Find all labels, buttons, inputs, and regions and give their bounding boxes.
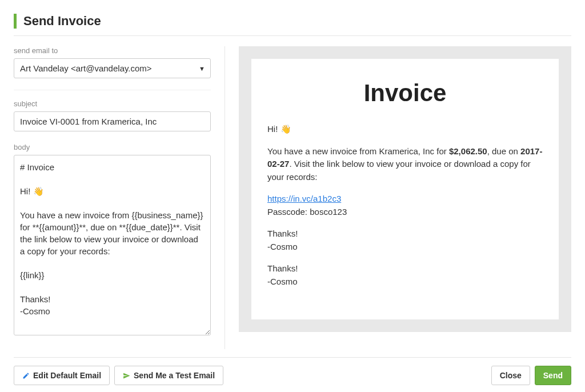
preview-signoff: -Cosmo <box>267 277 298 286</box>
preview-thanks: Thanks! <box>267 229 298 238</box>
preview-text: , due on <box>487 146 520 156</box>
button-label: Send Me a Test Email <box>134 371 215 380</box>
preview-title: Invoice <box>267 79 543 107</box>
pencil-icon <box>22 372 30 379</box>
preview-passcode-value: bosco123 <box>310 207 347 217</box>
preview-signoff: -Cosmo <box>267 242 298 251</box>
preview-text: . Visit the link below to view your invo… <box>267 159 531 182</box>
email-select-wrap[interactable]: ▼ <box>14 58 211 78</box>
send-button[interactable]: Send <box>535 366 571 385</box>
modal-title: Send Invoice <box>23 14 101 29</box>
footer-right-actions: Close Send <box>491 366 571 385</box>
paper-plane-icon <box>123 372 130 379</box>
preview-greeting: Hi! 👋 <box>267 123 543 136</box>
main-content: send email to ▼ subject body Invoice Hi!… <box>14 46 571 349</box>
preview-document: Invoice Hi! 👋 You have a new invoice fro… <box>251 59 559 319</box>
edit-default-email-button[interactable]: Edit Default Email <box>14 366 110 385</box>
preview-text: You have a new invoice from Kramerica, I… <box>267 146 449 156</box>
preview-frame: Invoice Hi! 👋 You have a new invoice fro… <box>239 46 571 332</box>
header-divider <box>14 35 571 36</box>
button-label: Send <box>543 371 563 380</box>
modal-header: Send Invoice <box>14 14 571 29</box>
body-label: body <box>14 143 211 151</box>
preview-amount: $2,062.50 <box>449 146 487 156</box>
preview-signoff-2: Thanks! -Cosmo <box>267 262 543 288</box>
preview-thanks: Thanks! <box>267 263 298 273</box>
modal-footer: Edit Default Email Send Me a Test Email … <box>14 357 571 385</box>
preview-body: Hi! 👋 You have a new invoice from Kramer… <box>267 123 543 288</box>
email-field-group: send email to ▼ <box>14 46 211 90</box>
email-select[interactable] <box>14 58 211 78</box>
body-field-group: body <box>14 143 211 338</box>
email-label: send email to <box>14 46 211 55</box>
preview-message: You have a new invoice from Kramerica, I… <box>267 145 543 184</box>
footer-left-actions: Edit Default Email Send Me a Test Email <box>14 366 223 385</box>
form-column: send email to ▼ subject body <box>14 46 225 349</box>
header-accent-bar <box>14 14 17 29</box>
subject-field-group: subject <box>14 99 211 131</box>
subject-input[interactable] <box>14 111 211 131</box>
preview-passcode-label: Passcode: <box>267 207 310 217</box>
subject-label: subject <box>14 99 211 108</box>
close-button[interactable]: Close <box>491 366 530 385</box>
preview-signoff-1: Thanks! -Cosmo <box>267 227 543 253</box>
button-label: Close <box>500 371 522 380</box>
send-test-email-button[interactable]: Send Me a Test Email <box>114 366 223 385</box>
button-label: Edit Default Email <box>33 371 101 380</box>
body-textarea[interactable] <box>14 155 211 335</box>
preview-link-block: https://in.vc/a1b2c3 Passcode: bosco123 <box>267 193 543 218</box>
preview-column: Invoice Hi! 👋 You have a new invoice fro… <box>225 46 571 349</box>
preview-link[interactable]: https://in.vc/a1b2c3 <box>267 194 341 203</box>
